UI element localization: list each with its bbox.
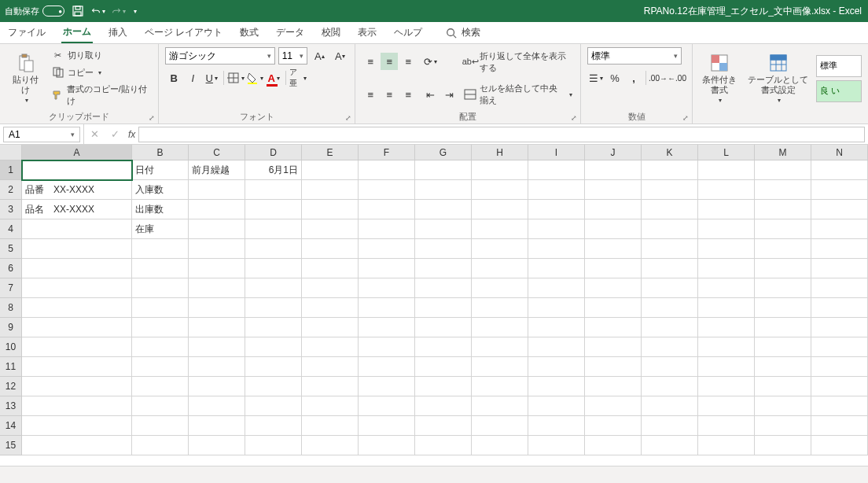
cell-E6[interactable] (302, 259, 359, 278)
cell-E4[interactable] (302, 219, 359, 239)
phonetic-button[interactable]: ア亜▾ (289, 69, 307, 87)
cell-J10[interactable] (585, 337, 642, 357)
cell-G6[interactable] (415, 259, 472, 278)
format-as-table-button[interactable]: テーブルとして 書式設定▾ (745, 51, 811, 106)
cell-I1[interactable] (528, 160, 585, 180)
format-painter-button[interactable]: 書式のコピー/貼り付け (50, 83, 153, 108)
cell-N9[interactable] (811, 318, 868, 337)
cell-F8[interactable] (359, 298, 415, 318)
cell-E13[interactable] (302, 396, 359, 416)
cell-G12[interactable] (415, 377, 472, 396)
tab-review[interactable]: 校閲 (320, 23, 342, 42)
cell-G1[interactable] (415, 160, 472, 180)
row-header-9[interactable]: 9 (0, 318, 22, 337)
cell-H10[interactable] (472, 337, 528, 357)
cell-L5[interactable] (698, 239, 755, 259)
cell-G5[interactable] (415, 239, 472, 259)
cell-C10[interactable] (189, 337, 245, 357)
cell-B15[interactable] (132, 436, 189, 455)
cell-F10[interactable] (359, 337, 415, 357)
cell-A14[interactable] (22, 416, 132, 436)
number-format-select[interactable]: 標準▾ (587, 47, 682, 65)
col-header-F[interactable]: F (359, 145, 415, 160)
cell-I13[interactable] (528, 396, 585, 416)
cell-M1[interactable] (755, 160, 811, 180)
enter-formula-icon[interactable]: ✓ (105, 128, 125, 140)
cell-K11[interactable] (642, 357, 698, 377)
cell-C1[interactable]: 前月繰越 (189, 160, 245, 180)
cell-H3[interactable] (472, 200, 528, 219)
col-header-E[interactable]: E (302, 145, 359, 160)
increase-indent-icon[interactable]: ⇥ (440, 87, 458, 104)
tab-data[interactable]: データ (274, 23, 306, 42)
cell-G7[interactable] (415, 278, 472, 298)
cell-J14[interactable] (585, 416, 642, 436)
cell-B1[interactable]: 日付 (132, 160, 189, 180)
cell-B3[interactable]: 出庫数 (132, 200, 189, 219)
select-all-corner[interactable] (0, 145, 22, 160)
underline-button[interactable]: U▾ (203, 69, 220, 87)
border-button[interactable]: ▾ (227, 69, 245, 87)
cell-A9[interactable] (22, 318, 132, 337)
font-color-button[interactable]: A▾ (265, 69, 282, 87)
cell-L2[interactable] (698, 180, 755, 200)
cell-D4[interactable] (245, 219, 302, 239)
style-good[interactable]: 良 い (816, 80, 862, 102)
cell-H12[interactable] (472, 377, 528, 396)
cut-button[interactable]: ✂切り取り (50, 49, 153, 63)
cell-H9[interactable] (472, 318, 528, 337)
cell-L9[interactable] (698, 318, 755, 337)
cell-K13[interactable] (642, 396, 698, 416)
cell-H2[interactable] (472, 180, 528, 200)
cell-C6[interactable] (189, 259, 245, 278)
cell-N10[interactable] (811, 337, 868, 357)
cell-L4[interactable] (698, 219, 755, 239)
cell-K8[interactable] (642, 298, 698, 318)
cell-J5[interactable] (585, 239, 642, 259)
row-header-14[interactable]: 14 (0, 416, 22, 436)
row-header-15[interactable]: 15 (0, 436, 22, 455)
cell-C12[interactable] (189, 377, 245, 396)
cell-E7[interactable] (302, 278, 359, 298)
cell-K10[interactable] (642, 337, 698, 357)
cell-M10[interactable] (755, 337, 811, 357)
cell-D10[interactable] (245, 337, 302, 357)
col-header-D[interactable]: D (245, 145, 302, 160)
cell-D6[interactable] (245, 259, 302, 278)
row-header-8[interactable]: 8 (0, 298, 22, 318)
cell-K4[interactable] (642, 219, 698, 239)
cell-H6[interactable] (472, 259, 528, 278)
search-box[interactable]: 検索 (446, 26, 480, 39)
redo-icon[interactable]: ▾ (112, 4, 126, 18)
cell-G2[interactable] (415, 180, 472, 200)
cell-H13[interactable] (472, 396, 528, 416)
cell-I4[interactable] (528, 219, 585, 239)
cell-M15[interactable] (755, 436, 811, 455)
cell-C13[interactable] (189, 396, 245, 416)
cell-M8[interactable] (755, 298, 811, 318)
merge-center-button[interactable]: セルを結合して中央揃え▾ (462, 82, 574, 107)
cell-K5[interactable] (642, 239, 698, 259)
cell-I2[interactable] (528, 180, 585, 200)
percent-format-icon[interactable]: % (606, 69, 623, 87)
fx-icon[interactable]: fx (125, 129, 138, 140)
cell-D3[interactable] (245, 200, 302, 219)
clipboard-dialog-icon[interactable]: ⤢ (149, 114, 155, 122)
cell-E14[interactable] (302, 416, 359, 436)
cell-L8[interactable] (698, 298, 755, 318)
cell-G9[interactable] (415, 318, 472, 337)
cell-G10[interactable] (415, 337, 472, 357)
cell-M13[interactable] (755, 396, 811, 416)
cell-H11[interactable] (472, 357, 528, 377)
cell-F11[interactable] (359, 357, 415, 377)
cell-D8[interactable] (245, 298, 302, 318)
cell-N13[interactable] (811, 396, 868, 416)
col-header-M[interactable]: M (755, 145, 811, 160)
cell-A12[interactable] (22, 377, 132, 396)
conditional-formatting-button[interactable]: 条件付き 書式▾ (699, 51, 740, 106)
cell-H5[interactable] (472, 239, 528, 259)
cell-C11[interactable] (189, 357, 245, 377)
cell-E15[interactable] (302, 436, 359, 455)
cell-B14[interactable] (132, 416, 189, 436)
row-header-10[interactable]: 10 (0, 337, 22, 357)
